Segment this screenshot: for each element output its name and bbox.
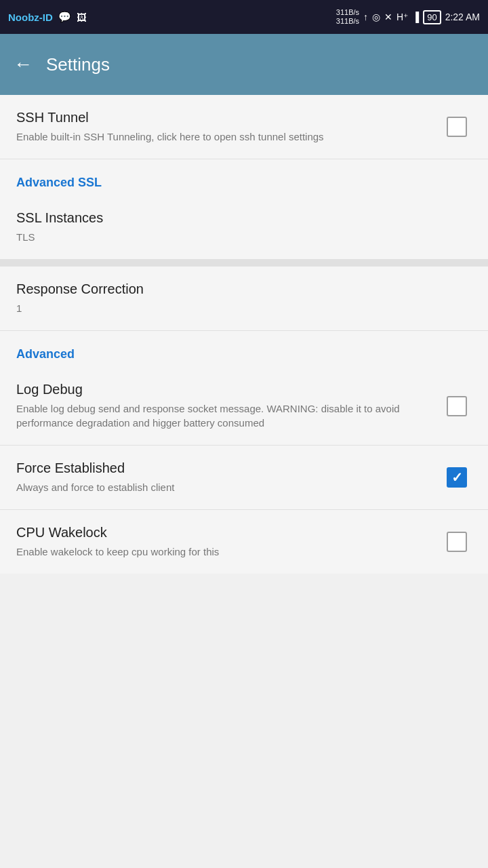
thick-divider-1 [0, 260, 488, 267]
messenger-icon: 💬 [58, 11, 71, 23]
network-type-icon: H⁺ [396, 12, 408, 22]
cpu-wakelock-checkbox-unchecked [447, 532, 467, 552]
ssl-instances-title: SSL Instances [16, 210, 458, 226]
back-button[interactable]: ← [14, 54, 33, 75]
ssh-tunnel-desc: Enable built-in SSH Tunneling, click her… [16, 130, 428, 144]
signal-icon: ✕ [384, 12, 392, 22]
signal-bars-icon: ▐ [412, 12, 419, 22]
response-correction-title: Response Correction [16, 281, 458, 297]
ssh-tunnel-item[interactable]: SSH Tunnel Enable built-in SSH Tunneling… [0, 95, 488, 159]
ssl-instances-text: SSL Instances TLS [16, 210, 472, 244]
image-icon: 🖼 [77, 12, 87, 23]
battery-90-icon: 90 [423, 10, 441, 24]
ssh-tunnel-title: SSH Tunnel [16, 110, 428, 125]
cpu-wakelock-desc: Enable wakelock to keep cpu working for … [16, 545, 428, 559]
ssl-instances-item[interactable]: SSL Instances TLS [0, 195, 488, 260]
log-debug-text: Log Debug Enable log debug send and resp… [16, 382, 442, 430]
status-right: 311B/s 311B/s ↑ ◎ ✕ H⁺ ▐ 90 2:22 AM [336, 8, 480, 26]
cpu-wakelock-title: CPU Wakelock [16, 525, 428, 540]
app-name: Noobz-ID [8, 12, 53, 23]
force-established-checkbox-checked [447, 467, 467, 488]
advanced-section: Advanced [0, 331, 488, 367]
status-bar: Noobz-ID 💬 🖼 311B/s 311B/s ↑ ◎ ✕ H⁺ ▐ 90… [0, 0, 488, 34]
log-debug-checkbox-unchecked [447, 396, 467, 416]
ssh-tunnel-checkbox[interactable] [442, 112, 472, 142]
force-established-checkbox[interactable] [442, 462, 472, 492]
response-correction-value: 1 [16, 301, 458, 315]
page-title: Settings [46, 54, 110, 75]
speed-down: 311B/s [336, 17, 359, 26]
advanced-ssl-header: Advanced SSL [16, 176, 102, 189]
response-correction-item[interactable]: Response Correction 1 [0, 267, 488, 331]
cpu-wakelock-text: CPU Wakelock Enable wakelock to keep cpu… [16, 525, 442, 559]
log-debug-item[interactable]: Log Debug Enable log debug send and resp… [0, 367, 488, 446]
ssl-instances-value: TLS [16, 230, 458, 244]
time: 2:22 AM [445, 12, 480, 22]
settings-content: SSH Tunnel Enable built-in SSH Tunneling… [0, 95, 488, 574]
speed-up: 311B/s [336, 8, 359, 17]
app-bar: ← Settings [0, 34, 488, 95]
ssh-tunnel-checkbox-unchecked [447, 117, 467, 137]
cpu-wakelock-item[interactable]: CPU Wakelock Enable wakelock to keep cpu… [0, 510, 488, 574]
upload-icon: ↑ [363, 12, 368, 22]
wifi-icon: ◎ [372, 12, 380, 22]
force-established-item[interactable]: Force Established Always and force to es… [0, 446, 488, 510]
response-correction-text: Response Correction 1 [16, 281, 472, 315]
advanced-ssl-section: Advanced SSL [0, 159, 488, 195]
advanced-header: Advanced [16, 347, 75, 361]
ssh-tunnel-text: SSH Tunnel Enable built-in SSH Tunneling… [16, 110, 442, 144]
status-left: Noobz-ID 💬 🖼 [8, 11, 87, 23]
log-debug-title: Log Debug [16, 382, 428, 397]
force-established-text: Force Established Always and force to es… [16, 460, 442, 494]
log-debug-desc: Enable log debug send and response socke… [16, 401, 428, 430]
network-speed: 311B/s 311B/s [336, 8, 359, 26]
force-established-title: Force Established [16, 460, 428, 476]
force-established-desc: Always and force to establish client [16, 480, 428, 494]
cpu-wakelock-checkbox[interactable] [442, 527, 472, 557]
log-debug-checkbox[interactable] [442, 391, 472, 421]
